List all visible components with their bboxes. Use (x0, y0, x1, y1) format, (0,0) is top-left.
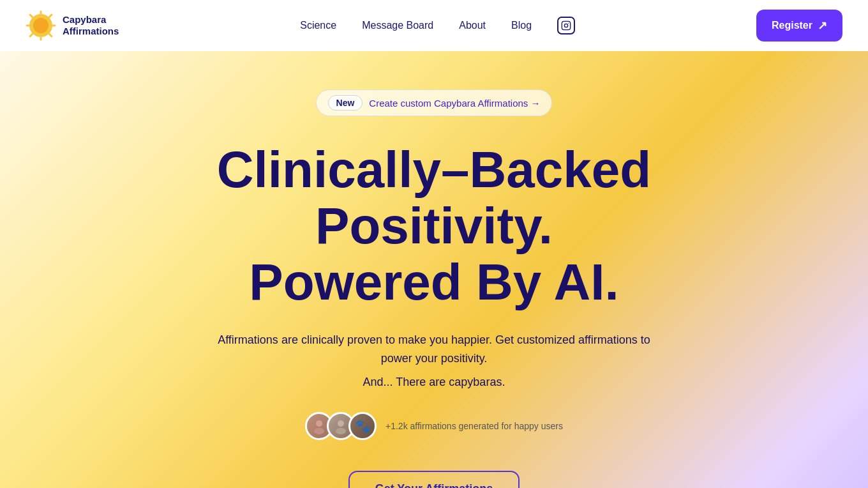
hero-capybara-line: And... There are capybaras. (363, 376, 505, 389)
main-nav: Science Message Board About Blog (300, 17, 575, 34)
new-badge: New (328, 95, 363, 111)
svg-line-9 (30, 34, 33, 36)
avatar-capybara: 🐾 (348, 412, 377, 440)
hero-section: New Create custom Capybara Affirmations … (0, 51, 868, 488)
register-arrow-icon: ↗ (818, 19, 827, 33)
nav-about[interactable]: About (459, 20, 486, 31)
hero-heading: Clinically–Backed Positivity. Powered By… (147, 142, 721, 310)
logo-text: Capybara Affirmations (63, 14, 119, 37)
new-badge-link[interactable]: Create custom Capybara Affirmations → (369, 98, 540, 109)
svg-line-7 (49, 34, 52, 36)
svg-point-12 (568, 23, 569, 24)
register-button[interactable]: Register ↗ (756, 10, 842, 42)
new-badge-row: New Create custom Capybara Affirmations … (316, 89, 553, 116)
svg-point-1 (33, 18, 49, 33)
svg-point-16 (336, 428, 346, 434)
header: Capybara Affirmations Science Message Bo… (0, 0, 868, 51)
logo[interactable]: Capybara Affirmations (26, 10, 119, 41)
nav-science[interactable]: Science (300, 20, 336, 31)
svg-rect-10 (562, 21, 570, 29)
svg-point-11 (564, 24, 567, 27)
nav-blog[interactable]: Blog (511, 20, 532, 31)
svg-point-15 (338, 420, 344, 427)
avatar-row: 🐾 +1.2k affirmations generated for happy… (305, 412, 563, 440)
svg-point-13 (316, 420, 322, 427)
instagram-link[interactable] (557, 17, 575, 34)
svg-line-6 (30, 15, 33, 17)
logo-icon (26, 10, 56, 41)
nav-message-board[interactable]: Message Board (362, 20, 433, 31)
avatar-count-text: +1.2k affirmations generated for happy u… (385, 421, 563, 431)
cta-button[interactable]: Get Your Affirmations (348, 471, 520, 488)
svg-point-14 (314, 428, 324, 434)
hero-subtitle: Affirmations are clinically proven to ma… (217, 331, 651, 368)
svg-line-8 (49, 15, 52, 17)
